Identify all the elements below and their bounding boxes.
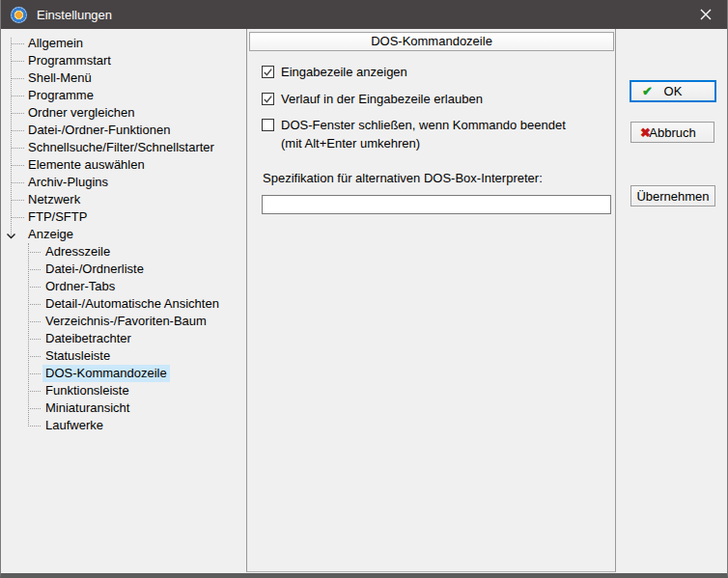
checkbox-icon[interactable] (262, 66, 274, 78)
sidebar-item-detail-automatische-ansichten[interactable]: Detail-/Automatische Ansichten (1, 295, 246, 313)
sidebar-item-shell-men[interactable]: Shell-Menü (1, 69, 246, 87)
sidebar-item-label: Ordner vergleichen (25, 104, 138, 122)
sidebar-item-programme[interactable]: Programme (1, 87, 246, 104)
sidebar-item-label: Ordner-Tabs (42, 278, 118, 295)
sidebar-item-dateibetrachter[interactable]: Dateibetrachter (1, 330, 246, 347)
sidebar-item-elemente-ausw-hlen[interactable]: Elemente auswählen (1, 156, 246, 174)
sidebar-item-laufwerke[interactable]: Laufwerke (1, 417, 246, 434)
check-icon: ✔ (642, 85, 653, 97)
sidebar-item-ordner-vergleichen[interactable]: Ordner vergleichen (1, 104, 246, 122)
sidebar-item-label: Programme (25, 87, 97, 104)
app-logo-icon (11, 7, 27, 23)
window-title: Einstellungen (37, 8, 112, 22)
sidebar-item-dos-kommandozeile[interactable]: DOS-Kommandozeile (1, 365, 246, 382)
checkbox-row-history-in-input-line[interactable]: Verlauf in der Eingabezeile erlauben (262, 92, 483, 106)
settings-window: Einstellungen AllgemeinProgrammstartShel… (0, 0, 728, 578)
sidebar-item-label: Allgemein (25, 35, 86, 52)
sidebar-item-label: Verzeichnis-/Favoriten-Baum (42, 313, 210, 330)
sidebar-item-datei-ordnerliste[interactable]: Datei-/Ordnerliste (1, 261, 246, 278)
cancel-button-label: Abbruch (649, 125, 695, 140)
sidebar-item-label: Detail-/Automatische Ansichten (42, 295, 222, 313)
ok-button-label: OK (664, 84, 683, 98)
checkbox-label: DOS-Fenster schließen, wenn Kommando bee… (281, 118, 566, 132)
apply-button-label: Übernehmen (636, 189, 709, 204)
close-button[interactable] (684, 0, 727, 29)
sidebar-item-miniaturansicht[interactable]: Miniaturansicht (1, 399, 246, 417)
titlebar[interactable]: Einstellungen (1, 0, 727, 29)
settings-panel: DOS-Kommandozeile Eingabezeile anzeigen … (246, 29, 616, 572)
apply-button[interactable]: Übernehmen (630, 185, 715, 206)
sidebar-item-allgemein[interactable]: Allgemein (1, 35, 246, 52)
sidebar-item-label: Schnellsuche/Filter/Schnellstarter (25, 139, 217, 156)
sidebar-item-label: Laufwerke (42, 417, 106, 434)
x-icon: ✖ (640, 126, 651, 139)
checkbox-label: Verlauf in der Eingabezeile erlauben (281, 92, 483, 106)
sidebar-item-label: Dateibetrachter (42, 330, 134, 347)
sidebar-item-label: Netzwerk (25, 191, 83, 208)
settings-tree: AllgemeinProgrammstartShell-MenüProgramm… (1, 29, 246, 573)
sidebar-item-label: Elemente auswählen (25, 156, 148, 174)
sidebar-item-label: Statusleiste (42, 347, 113, 365)
sidebar-item-verzeichnis-favoriten-baum[interactable]: Verzeichnis-/Favoriten-Baum (1, 313, 246, 330)
sidebar-item-label: Datei-/Ordnerliste (42, 261, 147, 278)
sidebar-item-label: Miniaturansicht (42, 399, 132, 417)
checkbox-label: Eingabezeile anzeigen (281, 65, 407, 79)
checkbox-row-close-dos-window[interactable]: DOS-Fenster schließen, wenn Kommando bee… (262, 118, 566, 132)
sidebar-item-statusleiste[interactable]: Statusleiste (1, 347, 246, 365)
checkbox-icon[interactable] (262, 93, 274, 105)
ok-button[interactable]: ✔ OK (630, 80, 716, 102)
cancel-button[interactable]: ✖ Abbruch (630, 122, 714, 143)
interpreter-label: Spezifikation für alternativen DOS-Box-I… (263, 171, 543, 185)
sidebar-item-ordner-tabs[interactable]: Ordner-Tabs (1, 278, 246, 295)
sidebar-item-label: Shell-Menü (25, 69, 95, 87)
sidebar-item-datei-ordner-funktionen[interactable]: Datei-/Ordner-Funktionen (1, 122, 246, 139)
sidebar-item-adresszeile[interactable]: Adresszeile (1, 243, 246, 261)
sidebar-item-schnellsuche-filter-schnellstarter[interactable]: Schnellsuche/Filter/Schnellstarter (1, 139, 246, 156)
sidebar-item-ftp-sftp[interactable]: FTP/SFTP (1, 208, 246, 226)
sidebar-item-label: Funktionsleiste (42, 382, 132, 399)
sidebar-item-label: Datei-/Ordner-Funktionen (25, 122, 173, 139)
interpreter-input[interactable] (262, 195, 611, 214)
sidebar-item-funktionsleiste[interactable]: Funktionsleiste (1, 382, 246, 399)
sidebar-item-netzwerk[interactable]: Netzwerk (1, 191, 246, 208)
sidebar-item-anzeige[interactable]: Anzeige (1, 226, 246, 243)
close-icon (700, 9, 712, 20)
sidebar-item-archiv-plugins[interactable]: Archiv-Plugins (1, 174, 246, 191)
panel-header: DOS-Kommandozeile (249, 32, 614, 51)
sidebar-item-label: Archiv-Plugins (25, 174, 111, 191)
sidebar-item-label: FTP/SFTP (25, 208, 90, 226)
checkbox-row-show-input-line[interactable]: Eingabezeile anzeigen (262, 65, 407, 79)
sidebar-item-label: Anzeige (25, 226, 76, 243)
sidebar-item-label: DOS-Kommandozeile (42, 365, 170, 382)
sidebar-item-label: Adresszeile (42, 243, 113, 261)
sidebar-item-label: Programmstart (25, 52, 114, 69)
sidebar-item-programmstart[interactable]: Programmstart (1, 52, 246, 69)
checkbox-sublabel: (mit Alt+Enter umkehren) (281, 136, 420, 151)
checkbox-icon[interactable] (262, 119, 274, 131)
